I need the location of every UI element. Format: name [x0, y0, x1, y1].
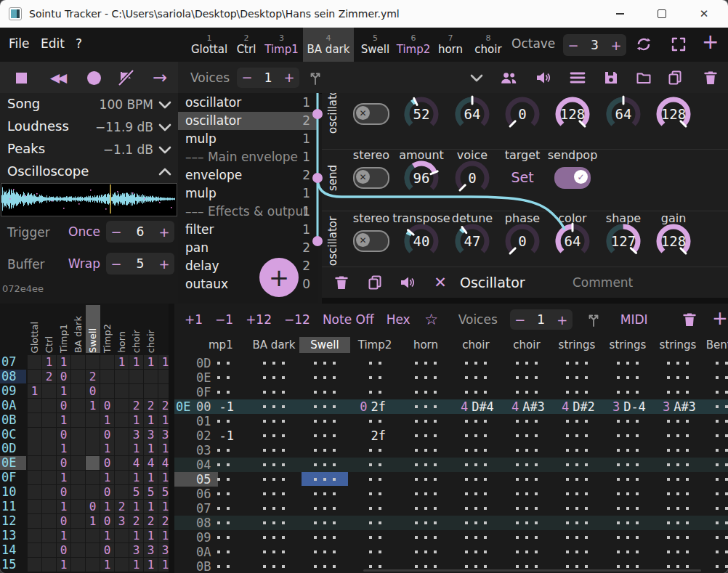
pattern-cell[interactable]: 1: [86, 399, 100, 413]
knob-param1[interactable]: 52: [402, 94, 441, 134]
track-cell[interactable]: [200, 458, 246, 472]
pattern-column-header-ctrl[interactable]: Ctrl: [42, 305, 57, 353]
octave-value[interactable]: 3: [583, 38, 606, 52]
track-cell[interactable]: [352, 385, 398, 399]
pattern-cell[interactable]: 1: [158, 500, 169, 513]
pattern-cell[interactable]: 1: [42, 355, 56, 369]
close-icon[interactable]: ✕: [431, 273, 450, 292]
pattern-cell[interactable]: [71, 543, 85, 557]
unit-item-filter[interactable]: filter1: [178, 221, 318, 239]
midi-button[interactable]: MIDI: [620, 312, 648, 327]
pattern-cell[interactable]: 1: [57, 384, 70, 398]
track-cell[interactable]: [251, 472, 297, 487]
track-cell[interactable]: [200, 501, 246, 516]
track-cell[interactable]: [503, 414, 550, 428]
pattern-cell[interactable]: 0: [100, 514, 114, 528]
pattern-cell[interactable]: 3: [144, 543, 158, 557]
track-cell[interactable]: [251, 487, 297, 501]
trigger-decrease-button[interactable]: −: [106, 224, 126, 240]
track-cell[interactable]: [655, 559, 701, 573]
pattern-cell[interactable]: 0: [57, 456, 70, 470]
track-cell[interactable]: 3D-4: [604, 399, 651, 414]
track-cell[interactable]: [554, 385, 600, 399]
knob-param6[interactable]: 128: [654, 94, 693, 134]
pattern-cell[interactable]: [71, 456, 85, 470]
buffer-mode-button[interactable]: Wrap: [51, 256, 100, 271]
pattern-cell[interactable]: 0: [57, 485, 70, 499]
knob-param5[interactable]: 64: [604, 94, 643, 134]
pattern-cell[interactable]: 4: [158, 456, 169, 470]
pattern-cell[interactable]: [86, 485, 100, 499]
voices-value[interactable]: 1: [257, 70, 279, 85]
track-cell[interactable]: [655, 385, 701, 399]
pattern-cell[interactable]: 1: [144, 529, 158, 542]
track-cell[interactable]: [453, 356, 499, 370]
stop-icon[interactable]: [12, 68, 31, 87]
track-cell[interactable]: [251, 545, 297, 559]
unit-item-oscillator[interactable]: oscillator1: [178, 94, 318, 112]
track-cell[interactable]: [251, 370, 297, 385]
track-cell[interactable]: [604, 545, 651, 559]
track-cell[interactable]: [604, 501, 651, 516]
track-cell[interactable]: [302, 559, 348, 573]
loudness-row[interactable]: Loudness −11.9 dB: [0, 115, 178, 139]
pattern-cell[interactable]: [100, 370, 114, 383]
pattern-cell[interactable]: [86, 428, 100, 442]
pattern-cell[interactable]: [28, 543, 41, 557]
track-cell[interactable]: [453, 472, 499, 487]
pattern-cell[interactable]: 2: [86, 370, 100, 383]
unit-item--main-envelope[interactable]: ––– Main envelope1: [178, 148, 318, 166]
track-cell[interactable]: [604, 414, 651, 428]
pattern-cell[interactable]: [115, 442, 129, 455]
pattern-cell[interactable]: [42, 384, 56, 398]
pattern-cell[interactable]: [71, 399, 85, 413]
pattern-cell[interactable]: [115, 485, 129, 499]
pattern-cell[interactable]: 0: [100, 456, 114, 470]
knob-phase[interactable]: 0: [503, 222, 542, 261]
pattern-cell[interactable]: [28, 399, 41, 413]
pattern-cell[interactable]: [71, 442, 85, 455]
unit-toggle[interactable]: ✕: [353, 103, 389, 125]
track-cell[interactable]: [251, 501, 297, 516]
pattern-cell[interactable]: [42, 485, 56, 499]
pattern-cell[interactable]: 3: [144, 428, 158, 442]
pattern-cell[interactable]: 1: [158, 442, 169, 455]
pattern-cell[interactable]: 2: [144, 399, 158, 413]
pattern-cell[interactable]: [28, 471, 41, 484]
track-cell[interactable]: [251, 399, 297, 414]
track-cell[interactable]: [604, 472, 651, 487]
pattern-cell[interactable]: 1: [129, 442, 143, 455]
track-cell[interactable]: [655, 545, 701, 559]
pattern-cell[interactable]: [71, 471, 85, 484]
octave-decrease-button[interactable]: −: [563, 38, 583, 53]
track-cell[interactable]: 4D#2: [554, 399, 600, 414]
folder-icon[interactable]: [634, 68, 653, 87]
track-cell[interactable]: 2f: [352, 428, 398, 443]
pattern-cell[interactable]: [71, 355, 85, 369]
pattern-cell[interactable]: [42, 399, 56, 413]
track-cell[interactable]: [503, 443, 550, 458]
track-cell[interactable]: -1: [200, 428, 246, 443]
pattern-cell[interactable]: 1: [57, 355, 70, 369]
track-cell[interactable]: [302, 399, 348, 414]
track-cell[interactable]: [554, 370, 600, 385]
pattern-cell[interactable]: [115, 456, 129, 470]
pattern-cell[interactable]: [158, 384, 169, 398]
pattern-cell[interactable]: [115, 384, 129, 398]
track-cell[interactable]: [352, 530, 398, 545]
pattern-cell[interactable]: [28, 558, 41, 572]
track-cell[interactable]: [200, 559, 246, 573]
track-cell[interactable]: [403, 356, 449, 370]
track-cell[interactable]: [503, 487, 550, 501]
track-cell[interactable]: [604, 385, 651, 399]
pattern-column-header-glottal[interactable]: Glottal: [28, 305, 42, 353]
unit-item-pan[interactable]: pan2: [178, 239, 318, 257]
transpose-button-1[interactable]: −1: [215, 312, 233, 327]
pattern-cell[interactable]: [28, 413, 41, 427]
record-icon[interactable]: [84, 68, 103, 87]
track-cell[interactable]: [302, 545, 348, 559]
track-cell[interactable]: [251, 530, 297, 545]
track-cell[interactable]: [302, 443, 348, 458]
track-cell[interactable]: [703, 545, 728, 559]
pattern-cell[interactable]: 1: [129, 413, 143, 427]
